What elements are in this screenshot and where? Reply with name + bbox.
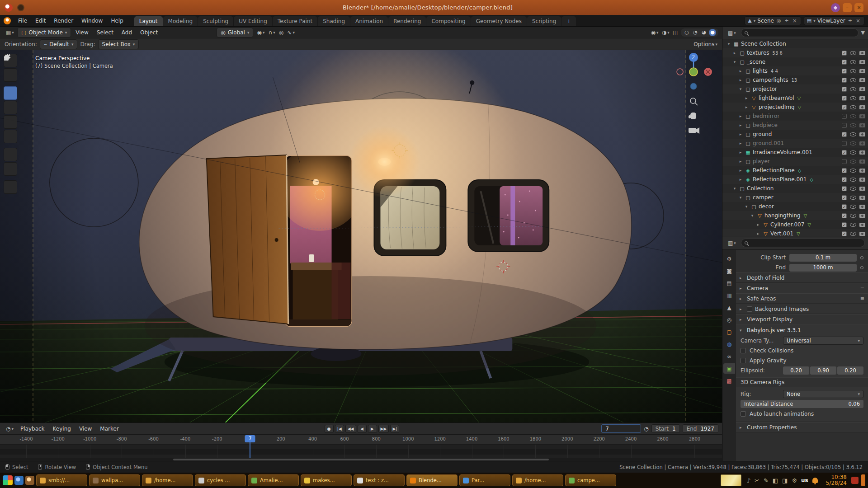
expand-toggle[interactable]: ▾: [744, 204, 749, 209]
exclude-checkbox[interactable]: [842, 204, 847, 209]
exclude-checkbox[interactable]: [842, 105, 847, 110]
expand-toggle[interactable]: ▸: [738, 168, 743, 173]
panel-header[interactable]: ▸ Viewport Display: [736, 314, 868, 324]
exclude-checkbox[interactable]: [842, 87, 847, 92]
frame-end-field[interactable]: End1927: [683, 424, 718, 433]
jump-start-button[interactable]: |◀: [335, 425, 344, 433]
disable-render-toggle[interactable]: [859, 232, 865, 236]
panel-header[interactable]: ▸ Safe Areas ≡: [736, 293, 868, 304]
disable-render-toggle[interactable]: [859, 69, 865, 73]
media-player-icon[interactable]: ♪: [747, 477, 750, 484]
babylon-panel-header[interactable]: ▾ Babylon.js ver 3.3.1: [736, 325, 868, 336]
workspace-tab[interactable]: Rendering: [388, 16, 426, 26]
hide-eye-toggle[interactable]: [850, 60, 856, 64]
hide-eye-toggle[interactable]: [850, 150, 856, 155]
tab-render[interactable]: [723, 266, 735, 276]
taskbar-window-button[interactable]: text : z...: [354, 474, 405, 486]
disable-render-toggle[interactable]: [859, 87, 865, 91]
playhead-line[interactable]: [250, 440, 250, 458]
disable-render-toggle[interactable]: [859, 223, 865, 227]
tab-texture[interactable]: [723, 375, 735, 386]
editor-type-icon[interactable]: ▦▾: [4, 28, 16, 37]
outliner-row[interactable]: ▸ projectedImg: [722, 103, 868, 112]
hide-eye-toggle[interactable]: [850, 132, 856, 136]
exclude-checkbox[interactable]: [842, 231, 847, 236]
show-desktop-button[interactable]: [861, 474, 865, 486]
tab-output[interactable]: [723, 278, 735, 288]
camera-view-button[interactable]: [689, 127, 699, 134]
hide-eye-toggle[interactable]: [850, 205, 856, 209]
clip-start-field[interactable]: 0.1 m: [789, 254, 857, 262]
disable-render-toggle[interactable]: [859, 60, 865, 64]
exclude-checkbox[interactable]: [842, 222, 847, 227]
pivot-point-dropdown[interactable]: ◉▾: [257, 29, 264, 36]
exclude-checkbox[interactable]: [842, 69, 847, 74]
exclude-checkbox[interactable]: [842, 60, 847, 65]
apply-gravity-checkbox[interactable]: [741, 358, 746, 363]
menubar-menu[interactable]: Help: [107, 16, 127, 25]
taskbar-clock[interactable]: 10:38 5/28/24: [823, 474, 849, 486]
viewport-menu[interactable]: Add: [118, 28, 136, 37]
frame-start-field[interactable]: Start1: [651, 424, 680, 433]
exclude-checkbox[interactable]: [842, 141, 847, 146]
timeline-body[interactable]: [0, 445, 722, 458]
drag-select[interactable]: Select Box▾: [98, 39, 139, 49]
workspace-tab[interactable]: UV Editing: [234, 16, 272, 26]
outliner-row[interactable]: ▸ Vert.001: [722, 229, 868, 236]
new-scene-icon[interactable]: +: [784, 18, 790, 23]
expand-toggle[interactable]: ▾: [738, 195, 743, 200]
outliner-row[interactable]: ▸ textures 53 6: [722, 48, 868, 57]
timeline-scrollbar[interactable]: [0, 458, 722, 461]
3d-viewport[interactable]: Z: [0, 50, 722, 422]
disable-render-toggle[interactable]: [859, 105, 865, 109]
tab-world[interactable]: [723, 314, 735, 325]
workspace-tab[interactable]: Scripting: [527, 16, 561, 26]
custom-properties-panel[interactable]: ▸ Custom Properties: [736, 422, 868, 432]
timeline-menu[interactable]: View: [75, 424, 95, 433]
transform-orientation-select[interactable]: ◎ Global▾: [217, 28, 253, 38]
hide-eye-toggle[interactable]: [850, 96, 856, 100]
show-overlays-dropdown[interactable]: ◑▾: [662, 29, 670, 36]
taskbar-window-button[interactable]: /home...: [142, 474, 193, 486]
add-cube-tool[interactable]: [4, 180, 17, 194]
outliner-row[interactable]: ▾ camper: [722, 193, 868, 202]
panel-header[interactable]: ▸ Camera ≡: [736, 283, 868, 293]
hide-eye-toggle[interactable]: [850, 169, 856, 173]
outliner-row[interactable]: ▸ IrradianceVolume.001: [722, 148, 868, 157]
scene-selector[interactable]: ▲ ▾ Scene ◎ + ×: [745, 16, 801, 25]
taskbar-window-button[interactable]: Amalie...: [248, 474, 299, 486]
exclude-checkbox[interactable]: [842, 195, 847, 200]
browser-icon[interactable]: [25, 476, 34, 485]
expand-toggle[interactable]: ▸: [755, 222, 761, 227]
hide-eye-toggle[interactable]: [850, 87, 856, 91]
menubar-menu[interactable]: Edit: [32, 16, 49, 25]
outliner-row[interactable]: ▾ _scene: [722, 57, 868, 66]
tab-object-data[interactable]: [723, 363, 735, 374]
outliner-row[interactable]: ▸ ReflectionPlane: [722, 166, 868, 175]
disable-render-toggle[interactable]: [859, 160, 865, 164]
outliner-row[interactable]: ▸ player: [722, 157, 868, 166]
panel-options-icon[interactable]: ≡: [860, 285, 864, 291]
viewport-menu[interactable]: Select: [93, 28, 117, 37]
disable-render-toggle[interactable]: [859, 214, 865, 218]
close-button[interactable]: ×: [854, 3, 863, 12]
ellipsoid-x-field[interactable]: 0.20: [783, 366, 809, 375]
auto-launch-checkbox[interactable]: [741, 411, 746, 417]
mode-select[interactable]: ▢ Object Mode▾: [17, 28, 71, 38]
viewport-menu[interactable]: View: [72, 28, 92, 37]
workspace-tab[interactable]: Compositing: [426, 16, 470, 26]
expand-toggle[interactable]: ▸: [738, 132, 743, 136]
network-icon[interactable]: ◨: [782, 477, 788, 484]
disable-render-toggle[interactable]: [859, 178, 865, 182]
properties-search-input[interactable]: [741, 239, 865, 247]
clip-end-field[interactable]: 1000 m: [789, 264, 857, 272]
hide-eye-toggle[interactable]: [850, 69, 856, 73]
workspace-tab[interactable]: Modeling: [163, 16, 198, 26]
disable-render-toggle[interactable]: [859, 114, 865, 118]
timeline-ruler[interactable]: -1400-1200-1000-800-600-400-200200400600…: [0, 435, 722, 445]
hide-eye-toggle[interactable]: [850, 196, 856, 200]
expand-toggle[interactable]: ▾: [738, 87, 743, 91]
panel-header[interactable]: ▸ Depth of Field: [736, 272, 868, 283]
transform-tool[interactable]: [4, 130, 17, 143]
hide-eye-toggle[interactable]: [850, 178, 856, 182]
